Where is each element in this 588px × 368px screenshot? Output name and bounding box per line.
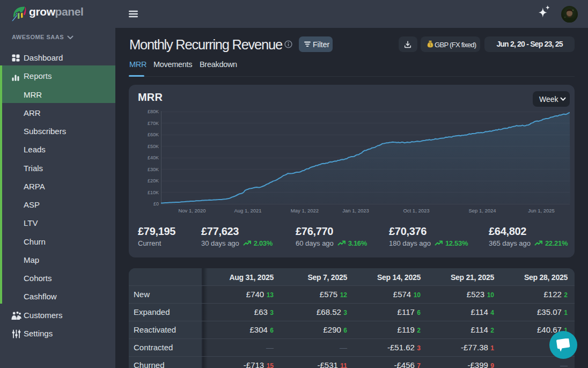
svg-text:$: $ bbox=[429, 43, 431, 47]
